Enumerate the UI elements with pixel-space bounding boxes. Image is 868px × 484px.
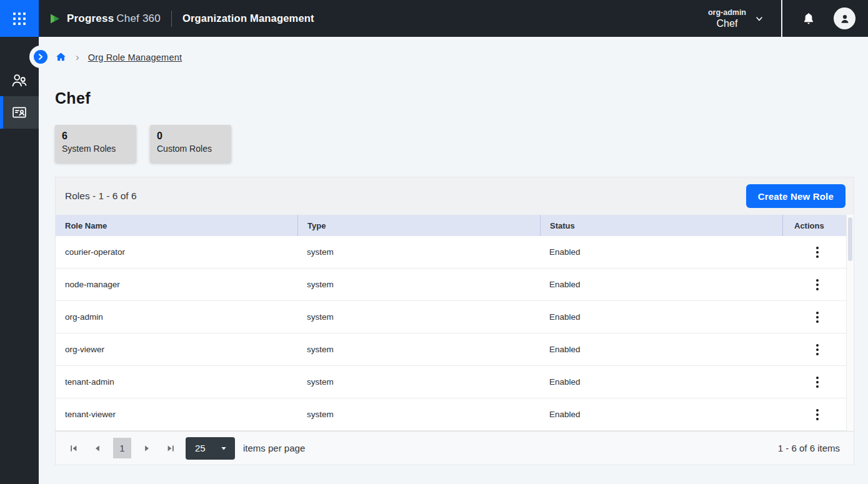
role-name-cell: courier-operator (56, 236, 297, 268)
first-page-button[interactable] (64, 439, 83, 458)
status-cell: Enabled (540, 301, 782, 333)
role-name-cell: node-manager (56, 269, 297, 300)
pagination-range-label: 1 - 6 of 6 items (778, 443, 840, 453)
first-page-icon (69, 443, 79, 453)
actions-cell (782, 269, 846, 300)
type-cell: system (297, 398, 540, 430)
type-cell: system (297, 366, 540, 398)
status-cell: Enabled (540, 236, 782, 268)
prev-page-icon (92, 443, 102, 453)
stat-card-custom-roles: 0 Custom Roles (150, 125, 231, 162)
system-roles-count: 6 (62, 131, 136, 142)
next-page-icon (142, 443, 152, 453)
user-avatar-button[interactable] (834, 7, 856, 29)
chevron-right-icon (36, 52, 45, 61)
breadcrumb-link-org-role-management[interactable]: Org Role Management (88, 52, 182, 62)
breadcrumb: › Org Role Management (39, 37, 868, 63)
home-icon (55, 51, 67, 63)
sidebar-expand-button[interactable] (34, 50, 47, 64)
last-page-button[interactable] (161, 439, 180, 458)
actions-cell (782, 366, 846, 398)
role-name-cell: org-viewer (56, 333, 297, 365)
column-header-status: Status (540, 215, 782, 236)
app-title: Organization Management (182, 12, 314, 24)
table-scrollbar-thumb[interactable] (848, 217, 852, 261)
actions-cell (782, 236, 846, 268)
create-new-role-button[interactable]: Create New Role (746, 184, 846, 208)
status-cell: Enabled (540, 366, 782, 398)
row-actions-menu-button[interactable] (809, 406, 826, 423)
previous-page-button[interactable] (88, 439, 107, 458)
progress-logo-icon (49, 12, 62, 26)
next-page-button[interactable] (137, 439, 156, 458)
sidebar (0, 37, 39, 484)
table-row: tenant-viewer system Enabled (56, 398, 846, 431)
column-header-role-name: Role Name (56, 215, 297, 236)
org-role-label: org-admin (708, 8, 746, 17)
header-separator (781, 0, 782, 37)
table-row: org-admin system Enabled (56, 301, 846, 333)
custom-roles-label: Custom Roles (157, 144, 231, 154)
sidebar-item-users[interactable] (0, 65, 39, 96)
roles-grid: Role Name Type Status Actions courier-op… (56, 215, 846, 431)
role-name-cell: org-admin (56, 301, 297, 333)
org-texts: org-admin Chef (708, 8, 746, 29)
row-actions-menu-button[interactable] (809, 341, 826, 358)
app-launcher-button[interactable] (0, 0, 39, 37)
breadcrumb-home-button[interactable] (55, 51, 67, 63)
type-cell: system (297, 236, 540, 268)
breadcrumb-separator: › (76, 52, 79, 62)
last-page-icon (166, 443, 176, 453)
roles-panel-header: Roles - 1 - 6 of 6 Create New Role (56, 177, 854, 215)
pagination-bar: 1 25 items per page 1 - 6 of 6 items (56, 431, 854, 465)
current-page-button[interactable]: 1 (113, 438, 131, 458)
header-divider (171, 11, 172, 27)
table-row: org-viewer system Enabled (56, 333, 846, 366)
chevron-down-icon (754, 13, 765, 24)
row-actions-menu-button[interactable] (809, 244, 826, 261)
header-right: org-admin Chef (708, 0, 868, 37)
bell-icon (801, 11, 816, 26)
product-name: Chef 360 (116, 12, 161, 25)
table-scrollbar-track[interactable] (846, 215, 854, 431)
stat-cards: 6 System Roles 0 Custom Roles (55, 125, 868, 162)
custom-roles-count: 0 (157, 131, 231, 142)
items-per-page-label: items per page (243, 443, 305, 453)
org-switcher[interactable]: org-admin Chef (708, 8, 765, 29)
type-cell: system (297, 333, 540, 365)
org-name-label: Chef (708, 18, 746, 29)
row-actions-menu-button[interactable] (809, 276, 826, 294)
actions-cell (782, 398, 846, 430)
grid-dots-icon (13, 12, 26, 25)
page-title: Chef (55, 89, 868, 107)
table-row: tenant-admin system Enabled (56, 366, 846, 398)
roles-panel: Roles - 1 - 6 of 6 Create New Role Role … (55, 177, 854, 465)
role-card-icon (11, 104, 28, 121)
roles-panel-title: Roles - 1 - 6 of 6 (65, 190, 137, 202)
brand-logo[interactable]: Progress Chef 360 (49, 12, 161, 26)
table-row: node-manager system Enabled (56, 269, 846, 301)
role-name-cell: tenant-admin (56, 366, 297, 398)
type-cell: system (297, 301, 540, 333)
user-avatar-icon (838, 12, 852, 26)
status-cell: Enabled (540, 269, 782, 300)
sidebar-item-roles[interactable] (0, 96, 39, 129)
column-header-type: Type (297, 215, 540, 236)
actions-cell (782, 301, 846, 333)
page-size-select[interactable]: 25 (186, 437, 235, 460)
top-header: Progress Chef 360 Organization Managemen… (0, 0, 868, 37)
main-content: › Org Role Management Chef 6 System Role… (39, 37, 868, 484)
role-name-cell: tenant-viewer (56, 398, 297, 430)
notifications-button[interactable] (801, 11, 816, 26)
table-row: courier-operator system Enabled (56, 236, 846, 269)
column-header-actions: Actions (782, 215, 846, 236)
stat-card-system-roles: 6 System Roles (55, 125, 136, 162)
actions-cell (782, 333, 846, 365)
status-cell: Enabled (540, 333, 782, 365)
status-cell: Enabled (540, 398, 782, 430)
row-actions-menu-button[interactable] (809, 309, 826, 326)
type-cell: system (297, 269, 540, 300)
row-actions-menu-button[interactable] (809, 373, 826, 391)
brand-name: Progress (67, 12, 114, 25)
system-roles-label: System Roles (62, 144, 136, 154)
